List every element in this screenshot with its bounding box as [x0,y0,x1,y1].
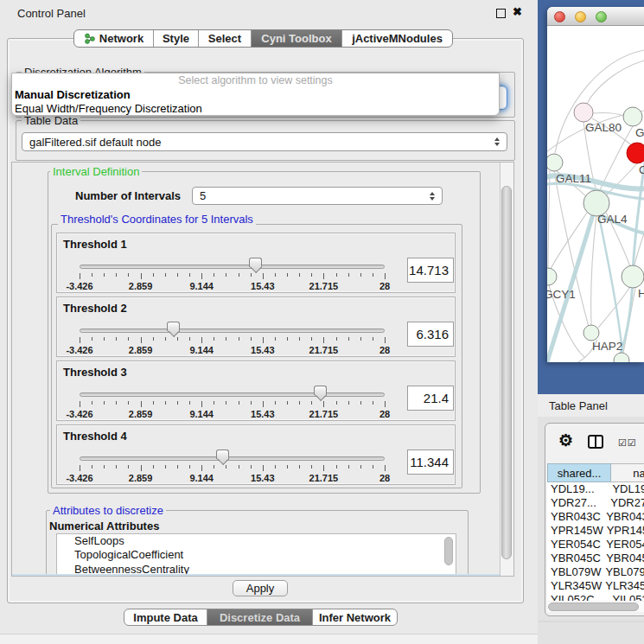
cell-name[interactable]: YBR043C [603,510,644,524]
tab-infer-network[interactable]: Infer Network [312,609,397,625]
cell-shared-name[interactable]: YIL052C [547,593,609,601]
slider-tick [275,337,276,341]
network-node[interactable] [547,268,557,285]
network-window[interactable]: GAL80GCGAL11GAL4GCY1HHAP2 [547,7,644,362]
slider-tick [239,337,239,341]
slider-tick [165,273,166,277]
slider-tick [348,465,349,469]
cell-shared-name[interactable]: YBL079W [547,565,602,579]
slider-tick [263,401,264,407]
network-node[interactable] [614,353,629,362]
network-node[interactable] [623,107,642,126]
tab-network-label: Network [99,32,143,45]
tab-cyni-toolbox[interactable]: Cyni Toolbox [251,30,341,47]
slider-tick [177,337,178,341]
tab-select[interactable]: Select [198,30,251,47]
cell-shared-name[interactable]: YBR045C [547,552,603,565]
tab-discretize-data[interactable]: Discretize Data [207,609,312,625]
apply-button[interactable]: Apply [233,580,288,596]
close-icon[interactable]: ✖ [513,5,522,18]
slider-tick [92,273,92,277]
tab-style[interactable]: Style [153,30,198,47]
threshold-4-value-input[interactable] [407,450,454,475]
cell-name[interactable]: YPR145W [603,524,644,538]
cell-shared-name[interactable]: YDL19... [547,482,609,496]
cell-name[interactable]: YDL19... [609,482,644,496]
network-node[interactable] [622,265,644,288]
network-window-titlebar[interactable] [547,7,644,26]
network-node[interactable] [627,143,644,163]
threshold-2-slider-track[interactable] [80,328,385,333]
slider-thumb[interactable] [249,258,262,267]
slider-tick [275,465,276,469]
horizontal-scrollbar-thumb[interactable] [548,603,639,611]
table-row[interactable]: YBL079WYBL079W [547,565,644,579]
attribute-list-item[interactable]: TopologicalCoefficient [57,548,456,562]
dropdown-option-equal-width[interactable]: Equal Width/Frequency Discretization [12,102,499,116]
table-row[interactable]: YIL052CYIL052C [547,593,644,601]
select-columns-icons[interactable]: ☑☑ [618,437,637,449]
cell-shared-name[interactable]: YPR145W [547,524,603,538]
column-header-shared-name[interactable]: shared... [547,463,611,482]
close-traffic-light[interactable] [554,11,565,22]
tab-jactivemnodules[interactable]: jActiveMNodules [341,30,452,47]
table-row[interactable]: YER054CYER054C [547,538,644,552]
threshold-3-value-input[interactable] [407,386,454,411]
network-node[interactable] [574,103,593,122]
cell-name[interactable]: YLR345W [602,579,644,593]
attributes-list-scrollbar-thumb[interactable] [444,537,453,565]
threshold-2-value-input[interactable] [407,322,454,347]
cell-name[interactable]: YIL052C [609,593,644,601]
network-node-label: G [635,126,644,139]
dropdown-option-manual[interactable]: Manual Discretization [12,88,499,102]
float-window-icon[interactable] [496,9,506,18]
cell-shared-name[interactable]: YBR043C [547,510,603,524]
cell-shared-name[interactable]: YER054C [547,538,603,552]
threshold-1-slider-track[interactable] [80,265,385,269]
tab-network[interactable]: Network [74,30,153,47]
slider-tick [348,273,349,277]
number-of-intervals-combobox[interactable]: 5 [192,187,443,205]
cell-name[interactable]: YBL079W [602,565,644,579]
cell-shared-name[interactable]: YLR345W [547,579,602,593]
slider-tick [311,465,312,469]
minimize-traffic-light[interactable] [575,11,586,22]
slider-tick [189,273,190,277]
vertical-scrollbar-thumb[interactable] [501,186,512,559]
tab-cyni-toolbox-label: Cyni Toolbox [261,32,331,45]
gear-icon[interactable]: ⚙ [558,430,573,450]
cell-name[interactable]: YDR27... [607,496,644,510]
table-row[interactable]: YBR043CYBR043C [547,510,644,524]
attribute-list-item[interactable]: SelfLoops [57,534,456,548]
dropdown-placeholder-item[interactable]: Select algorithm to view settings [12,73,499,88]
slider-tick-label: -3.426 [54,345,105,355]
cell-shared-name[interactable]: YDR27... [547,496,607,510]
table-row[interactable]: YDL19...YDL19... [547,482,644,496]
slider-thumb[interactable] [216,450,229,459]
cell-name[interactable]: YBR045C [603,552,644,565]
slider-thumb[interactable] [167,322,180,331]
slider-tick-label: 9.144 [175,345,227,355]
table-row[interactable]: YLR345WYLR345W [547,579,644,593]
threshold-3-slider-track[interactable] [80,392,385,397]
zoom-traffic-light[interactable] [596,11,607,22]
cell-name[interactable]: YER054C [603,538,644,552]
column-header-name[interactable]: name [611,463,644,482]
horizontal-scrollbar[interactable] [547,602,644,612]
columns-icon[interactable] [588,435,603,449]
threshold-1-value-input[interactable] [407,258,454,283]
network-graph[interactable]: GAL80GCGAL11GAL4GCY1HHAP2 [547,26,644,362]
slider-tick-label: 15.43 [237,345,289,355]
slider-tick [287,401,288,405]
table-data-label: Table Data [22,115,80,126]
network-node[interactable] [583,325,599,341]
numerical-attributes-list[interactable]: SelfLoopsTopologicalCoefficientBetweenne… [56,533,456,576]
slider-thumb[interactable] [314,386,327,395]
tab-impute-data[interactable]: Impute Data [124,609,207,625]
table-row[interactable]: YPR145WYPR145W [547,524,644,538]
network-node[interactable] [547,154,563,171]
table-data-combobox[interactable]: galFiltered.sif default node [22,132,507,151]
table-row[interactable]: YBR045CYBR045C [547,552,644,565]
threshold-4-slider-track[interactable] [80,456,385,461]
table-row[interactable]: YDR27...YDR27... [547,496,644,510]
